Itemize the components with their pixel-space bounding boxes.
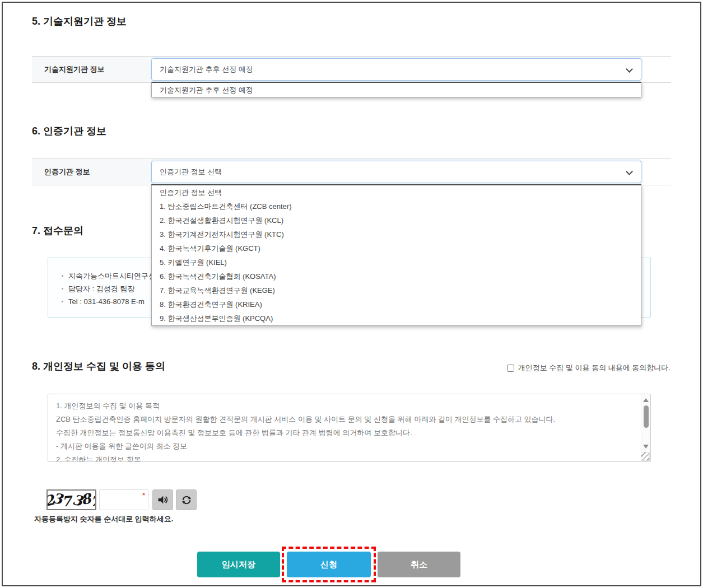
speaker-icon: [157, 494, 169, 506]
captcha-input-wrap: *: [99, 489, 148, 510]
scrollbar-thumb[interactable]: [644, 405, 649, 428]
dropdown-option[interactable]: 6. 한국녹색건축기술협회 (KOSATA): [152, 269, 641, 283]
techsupport-select-value: 기술지원기관 추후 선정 예정: [160, 64, 253, 74]
dropdown-option[interactable]: 9. 한국생산성본부인증원 (KPCQA): [152, 311, 641, 325]
submit-button[interactable]: 신청: [287, 552, 371, 577]
dropdown-option[interactable]: 8. 한국환경건축연구원 (KRIEA): [152, 297, 641, 311]
dropdown-option[interactable]: 5. 키엘연구원 (KIEL): [152, 255, 641, 269]
certifier-select[interactable]: 인증기관 정보 선택: [151, 161, 641, 183]
privacy-policy-line: - 게시판 이용을 위한 글쓴이의 최소 정보: [56, 440, 634, 453]
required-asterisk: *: [142, 492, 145, 500]
privacy-policy-line: ZCB 탄소중립건축인증 홈페이지 방문자의 원활한 견적문의 게시판 서비스 …: [56, 413, 634, 426]
privacy-policy-line: 수집한 개인정보는 정보통신망 이용촉진 및 정보보호 등에 관한 법률과 기타…: [56, 426, 634, 440]
application-form-page: 5. 기술지원기관 정보 기술지원기관 정보 기술지원기관 추후 선정 예정 기…: [0, 0, 703, 588]
chevron-down-icon: [626, 66, 633, 73]
captcha-image: 237387: [46, 489, 96, 510]
dropdown-option[interactable]: 기술지원기관 추후 선정 예정: [152, 83, 641, 97]
dropdown-option[interactable]: 3. 한국기계전기전자시험연구원 (KTC): [152, 227, 641, 241]
captcha-hint: 자동등록방지 숫자를 순서대로 입력하세요.: [34, 514, 173, 524]
dropdown-option[interactable]: 4. 한국녹색기후기술원 (KGCT): [152, 241, 641, 255]
dropdown-option[interactable]: 7. 한국교육녹색환경연구원 (KEGE): [152, 283, 641, 297]
techsupport-select[interactable]: 기술지원기관 추후 선정 예정: [151, 58, 641, 81]
bullet-dot-icon: [62, 288, 63, 290]
captcha-refresh-button[interactable]: [176, 489, 197, 510]
textarea-scrollbar[interactable]: [641, 394, 650, 452]
privacy-agree-row[interactable]: 개인정보 수집 및 이용 동의 내용에 동의합니다.: [507, 363, 671, 373]
chevron-down-icon: [626, 168, 633, 175]
section6-title: 6. 인증기관 정보: [32, 124, 106, 138]
captcha-input[interactable]: [100, 490, 148, 510]
section8-title: 8. 개인정보 수집 및 이용 동의: [32, 360, 165, 373]
privacy-agree-checkbox[interactable]: [507, 365, 514, 372]
privacy-policy-textarea[interactable]: 1. 개인정보의 수집 및 이용 목적ZCB 탄소중립건축인증 홈페이지 방문자…: [48, 394, 651, 462]
privacy-policy-line: 1. 개인정보의 수집 및 이용 목적: [56, 399, 634, 413]
scroll-down-icon[interactable]: [643, 445, 649, 449]
certifier-select-value: 인증기관 정보 선택: [160, 167, 222, 177]
privacy-agree-label: 개인정보 수집 및 이용 동의 내용에 동의합니다.: [518, 363, 671, 373]
cancel-button[interactable]: 취소: [378, 552, 460, 577]
techsupport-dropdown: 기술지원기관 추후 선정 예정: [151, 82, 641, 97]
refresh-icon: [181, 494, 192, 506]
section7-title: 7. 접수문의: [32, 224, 83, 237]
captcha-audio-button[interactable]: [152, 489, 173, 510]
section5-title: 5. 기술지원기관 정보: [32, 15, 127, 28]
certifier-dropdown: 인증기관 정보 선택1. 탄소중립스마트건축센터 (ZCB center)2. …: [151, 184, 641, 326]
dropdown-option[interactable]: 인증기관 정보 선택: [152, 185, 641, 199]
certifier-row-label: 인증기관 정보: [32, 159, 149, 185]
privacy-policy-line: 2. 수집하는 개인정보 항목: [56, 453, 634, 462]
temp-save-button[interactable]: 임시저장: [197, 552, 280, 577]
textarea-resize-handle[interactable]: [641, 452, 650, 461]
bullet-dot-icon: [62, 301, 63, 302]
scroll-up-icon[interactable]: [643, 398, 649, 402]
techsupport-row-label: 기술지원기관 정보: [32, 57, 149, 82]
dropdown-option[interactable]: 1. 탄소중립스마트건축센터 (ZCB center): [152, 199, 641, 213]
dropdown-option[interactable]: 2. 한국건설생활환경시험연구원 (KCL): [152, 213, 641, 227]
bullet-dot-icon: [62, 275, 63, 277]
privacy-policy-text: 1. 개인정보의 수집 및 이용 목적ZCB 탄소중립건축인증 홈페이지 방문자…: [48, 394, 650, 462]
